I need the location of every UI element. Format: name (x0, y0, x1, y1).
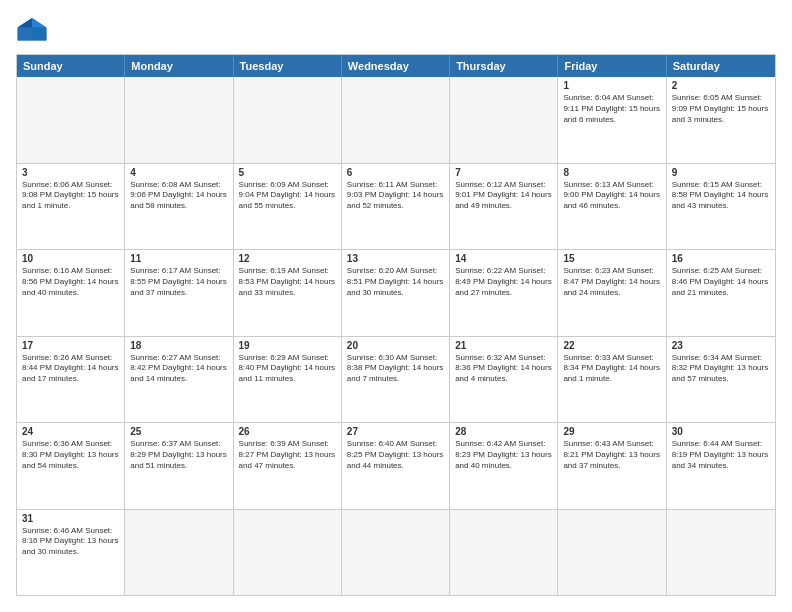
day-info: Sunrise: 6:20 AM Sunset: 8:51 PM Dayligh… (347, 266, 444, 298)
day-info: Sunrise: 6:19 AM Sunset: 8:53 PM Dayligh… (239, 266, 336, 298)
day-number: 22 (563, 340, 660, 351)
calendar-body: 1Sunrise: 6:04 AM Sunset: 9:11 PM Daylig… (17, 77, 775, 595)
day-number: 24 (22, 426, 119, 437)
svg-marker-1 (32, 18, 46, 28)
cal-cell-4-0: 24Sunrise: 6:36 AM Sunset: 8:30 PM Dayli… (17, 423, 125, 509)
day-number: 11 (130, 253, 227, 264)
day-info: Sunrise: 6:44 AM Sunset: 8:19 PM Dayligh… (672, 439, 770, 471)
cal-cell-0-4 (450, 77, 558, 163)
day-info: Sunrise: 6:33 AM Sunset: 8:34 PM Dayligh… (563, 353, 660, 385)
day-number: 31 (22, 513, 119, 524)
cal-week-0: 1Sunrise: 6:04 AM Sunset: 9:11 PM Daylig… (17, 77, 775, 163)
day-number: 23 (672, 340, 770, 351)
day-info: Sunrise: 6:29 AM Sunset: 8:40 PM Dayligh… (239, 353, 336, 385)
svg-marker-4 (18, 28, 32, 41)
cal-week-2: 10Sunrise: 6:16 AM Sunset: 8:56 PM Dayli… (17, 249, 775, 336)
day-number: 25 (130, 426, 227, 437)
header (16, 16, 776, 44)
day-number: 17 (22, 340, 119, 351)
cal-header-sunday: Sunday (17, 55, 125, 77)
day-number: 15 (563, 253, 660, 264)
day-number: 9 (672, 167, 770, 178)
day-info: Sunrise: 6:23 AM Sunset: 8:47 PM Dayligh… (563, 266, 660, 298)
cal-cell-2-5: 15Sunrise: 6:23 AM Sunset: 8:47 PM Dayli… (558, 250, 666, 336)
day-info: Sunrise: 6:06 AM Sunset: 9:08 PM Dayligh… (22, 180, 119, 212)
day-info: Sunrise: 6:34 AM Sunset: 8:32 PM Dayligh… (672, 353, 770, 385)
cal-cell-5-5 (558, 510, 666, 596)
day-info: Sunrise: 6:26 AM Sunset: 8:44 PM Dayligh… (22, 353, 119, 385)
day-info: Sunrise: 6:11 AM Sunset: 9:03 PM Dayligh… (347, 180, 444, 212)
cal-header-saturday: Saturday (667, 55, 775, 77)
cal-cell-0-1 (125, 77, 233, 163)
cal-cell-3-6: 23Sunrise: 6:34 AM Sunset: 8:32 PM Dayli… (667, 337, 775, 423)
day-info: Sunrise: 6:17 AM Sunset: 8:55 PM Dayligh… (130, 266, 227, 298)
day-info: Sunrise: 6:40 AM Sunset: 8:25 PM Dayligh… (347, 439, 444, 471)
day-info: Sunrise: 6:16 AM Sunset: 8:56 PM Dayligh… (22, 266, 119, 298)
cal-cell-2-1: 11Sunrise: 6:17 AM Sunset: 8:55 PM Dayli… (125, 250, 233, 336)
day-number: 19 (239, 340, 336, 351)
cal-cell-5-4 (450, 510, 558, 596)
day-info: Sunrise: 6:32 AM Sunset: 8:36 PM Dayligh… (455, 353, 552, 385)
cal-header-thursday: Thursday (450, 55, 558, 77)
day-number: 26 (239, 426, 336, 437)
day-number: 18 (130, 340, 227, 351)
cal-cell-4-6: 30Sunrise: 6:44 AM Sunset: 8:19 PM Dayli… (667, 423, 775, 509)
day-info: Sunrise: 6:27 AM Sunset: 8:42 PM Dayligh… (130, 353, 227, 385)
day-info: Sunrise: 6:08 AM Sunset: 9:06 PM Dayligh… (130, 180, 227, 212)
svg-marker-3 (32, 28, 46, 41)
day-number: 4 (130, 167, 227, 178)
cal-cell-0-5: 1Sunrise: 6:04 AM Sunset: 9:11 PM Daylig… (558, 77, 666, 163)
cal-cell-0-2 (234, 77, 342, 163)
day-info: Sunrise: 6:39 AM Sunset: 8:27 PM Dayligh… (239, 439, 336, 471)
cal-week-1: 3Sunrise: 6:06 AM Sunset: 9:08 PM Daylig… (17, 163, 775, 250)
day-info: Sunrise: 6:04 AM Sunset: 9:11 PM Dayligh… (563, 93, 660, 125)
day-number: 30 (672, 426, 770, 437)
day-info: Sunrise: 6:42 AM Sunset: 8:23 PM Dayligh… (455, 439, 552, 471)
day-number: 21 (455, 340, 552, 351)
day-info: Sunrise: 6:37 AM Sunset: 8:29 PM Dayligh… (130, 439, 227, 471)
cal-cell-1-3: 6Sunrise: 6:11 AM Sunset: 9:03 PM Daylig… (342, 164, 450, 250)
day-number: 10 (22, 253, 119, 264)
day-number: 28 (455, 426, 552, 437)
day-number: 27 (347, 426, 444, 437)
cal-header-friday: Friday (558, 55, 666, 77)
cal-cell-2-2: 12Sunrise: 6:19 AM Sunset: 8:53 PM Dayli… (234, 250, 342, 336)
day-info: Sunrise: 6:43 AM Sunset: 8:21 PM Dayligh… (563, 439, 660, 471)
cal-cell-0-0 (17, 77, 125, 163)
page: SundayMondayTuesdayWednesdayThursdayFrid… (0, 0, 792, 612)
cal-cell-1-1: 4Sunrise: 6:08 AM Sunset: 9:06 PM Daylig… (125, 164, 233, 250)
cal-cell-5-0: 31Sunrise: 6:46 AM Sunset: 8:16 PM Dayli… (17, 510, 125, 596)
cal-header-monday: Monday (125, 55, 233, 77)
day-info: Sunrise: 6:15 AM Sunset: 8:58 PM Dayligh… (672, 180, 770, 212)
day-info: Sunrise: 6:30 AM Sunset: 8:38 PM Dayligh… (347, 353, 444, 385)
cal-cell-3-3: 20Sunrise: 6:30 AM Sunset: 8:38 PM Dayli… (342, 337, 450, 423)
cal-cell-5-6 (667, 510, 775, 596)
cal-cell-3-2: 19Sunrise: 6:29 AM Sunset: 8:40 PM Dayli… (234, 337, 342, 423)
cal-cell-2-6: 16Sunrise: 6:25 AM Sunset: 8:46 PM Dayli… (667, 250, 775, 336)
cal-cell-4-4: 28Sunrise: 6:42 AM Sunset: 8:23 PM Dayli… (450, 423, 558, 509)
day-info: Sunrise: 6:13 AM Sunset: 9:00 PM Dayligh… (563, 180, 660, 212)
cal-week-5: 31Sunrise: 6:46 AM Sunset: 8:16 PM Dayli… (17, 509, 775, 596)
cal-cell-4-2: 26Sunrise: 6:39 AM Sunset: 8:27 PM Dayli… (234, 423, 342, 509)
svg-marker-2 (18, 18, 32, 28)
cal-header-tuesday: Tuesday (234, 55, 342, 77)
cal-week-3: 17Sunrise: 6:26 AM Sunset: 8:44 PM Dayli… (17, 336, 775, 423)
cal-cell-2-4: 14Sunrise: 6:22 AM Sunset: 8:49 PM Dayli… (450, 250, 558, 336)
day-number: 6 (347, 167, 444, 178)
day-number: 13 (347, 253, 444, 264)
day-info: Sunrise: 6:36 AM Sunset: 8:30 PM Dayligh… (22, 439, 119, 471)
cal-cell-1-4: 7Sunrise: 6:12 AM Sunset: 9:01 PM Daylig… (450, 164, 558, 250)
day-number: 29 (563, 426, 660, 437)
day-info: Sunrise: 6:09 AM Sunset: 9:04 PM Dayligh… (239, 180, 336, 212)
cal-cell-5-2 (234, 510, 342, 596)
cal-cell-3-0: 17Sunrise: 6:26 AM Sunset: 8:44 PM Dayli… (17, 337, 125, 423)
cal-cell-4-1: 25Sunrise: 6:37 AM Sunset: 8:29 PM Dayli… (125, 423, 233, 509)
cal-cell-5-1 (125, 510, 233, 596)
day-info: Sunrise: 6:25 AM Sunset: 8:46 PM Dayligh… (672, 266, 770, 298)
day-number: 1 (563, 80, 660, 91)
cal-cell-4-5: 29Sunrise: 6:43 AM Sunset: 8:21 PM Dayli… (558, 423, 666, 509)
day-number: 3 (22, 167, 119, 178)
cal-cell-2-3: 13Sunrise: 6:20 AM Sunset: 8:51 PM Dayli… (342, 250, 450, 336)
cal-cell-3-5: 22Sunrise: 6:33 AM Sunset: 8:34 PM Dayli… (558, 337, 666, 423)
cal-cell-1-2: 5Sunrise: 6:09 AM Sunset: 9:04 PM Daylig… (234, 164, 342, 250)
